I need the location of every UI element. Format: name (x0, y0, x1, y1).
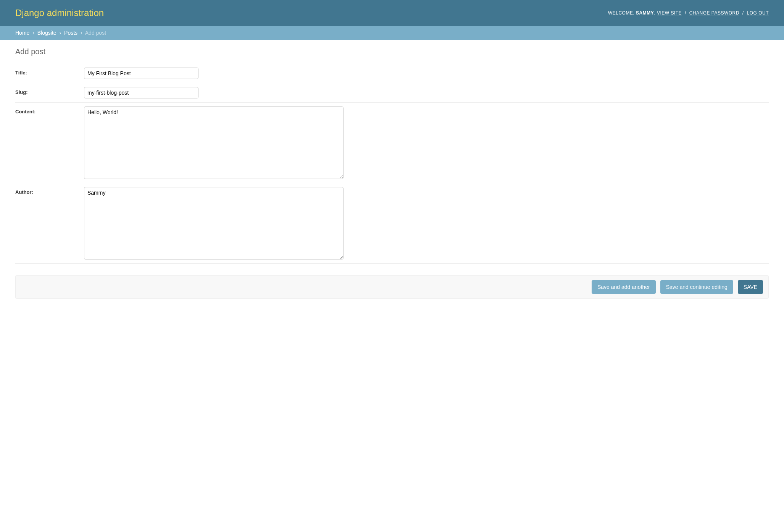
breadcrumb-model[interactable]: Posts (64, 30, 77, 36)
content-label: Content: (15, 106, 84, 114)
save-continue-button[interactable] (660, 280, 733, 294)
breadcrumb-app[interactable]: Blogsite (37, 30, 56, 36)
content-textarea[interactable] (84, 106, 344, 179)
username: SAMMY (636, 10, 654, 16)
form-fieldset: Title: Slug: Content: Author: (15, 64, 769, 264)
user-tools: WELCOME, SAMMY. VIEW SITE / CHANGE PASSW… (608, 10, 769, 16)
title-label: Title: (15, 68, 84, 76)
logout-link[interactable]: LOG OUT (747, 10, 769, 16)
slug-input[interactable] (84, 87, 198, 98)
change-password-link[interactable]: CHANGE PASSWORD (689, 10, 739, 16)
breadcrumb: Home › Blogsite › Posts › Add post (0, 26, 784, 40)
save-button[interactable] (738, 280, 763, 294)
breadcrumb-home[interactable]: Home (15, 30, 29, 36)
save-add-another-button[interactable] (592, 280, 656, 294)
author-label: Author: (15, 187, 84, 195)
site-title: Django administration (15, 8, 104, 18)
form-row-title: Title: (15, 64, 769, 83)
form-row-slug: Slug: (15, 83, 769, 103)
author-textarea[interactable] (84, 187, 344, 260)
branding: Django administration (15, 8, 104, 18)
admin-header: Django administration WELCOME, SAMMY. VI… (0, 0, 784, 26)
form-row-author: Author: (15, 183, 769, 264)
view-site-link[interactable]: VIEW SITE (657, 10, 682, 16)
title-input[interactable] (84, 68, 198, 79)
content: Add post Title: Slug: Content: Author: (0, 40, 784, 306)
slug-label: Slug: (15, 87, 84, 95)
submit-row (15, 275, 769, 299)
form-row-content: Content: (15, 103, 769, 183)
page-title: Add post (15, 47, 769, 56)
welcome-prefix: WELCOME, (608, 10, 636, 16)
breadcrumb-current: Add post (85, 30, 106, 36)
